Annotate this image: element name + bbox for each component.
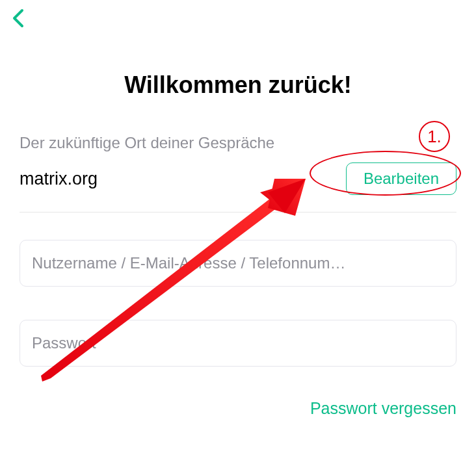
- edit-homeserver-button[interactable]: Bearbeiten: [346, 162, 456, 195]
- forgot-password-link[interactable]: Passwort vergessen: [310, 399, 456, 418]
- chevron-left-icon: [10, 8, 26, 31]
- back-button[interactable]: [5, 6, 31, 32]
- page-title: Willkommen zurück!: [0, 71, 476, 99]
- homeserver-section: Der zukünftige Ort deiner Gespräche matr…: [20, 134, 456, 195]
- homeserver-label: Der zukünftige Ort deiner Gespräche: [20, 134, 456, 152]
- section-divider: [20, 212, 456, 213]
- username-input[interactable]: [20, 240, 456, 287]
- password-input[interactable]: [20, 320, 456, 367]
- homeserver-row: matrix.org Bearbeiten: [20, 162, 456, 195]
- homeserver-value: matrix.org: [20, 169, 98, 189]
